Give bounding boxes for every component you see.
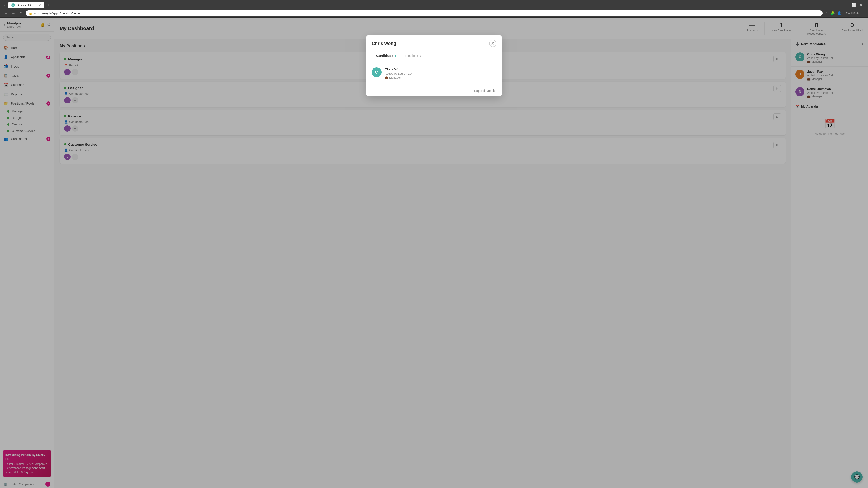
modal-candidate-name: Chris Wong [385, 67, 413, 71]
back-button[interactable]: ← [3, 10, 8, 16]
tab-favicon: B [11, 3, 15, 7]
briefcase-icon-modal: 💼 [385, 76, 388, 79]
modal-tab-positions[interactable]: Positions 0 [401, 51, 426, 61]
expand-results-link[interactable]: Expand Results [474, 89, 496, 93]
tab-close-button[interactable]: ✕ [38, 3, 41, 7]
modal-candidate-added: Added by Lauren Dell [385, 72, 413, 75]
forward-button[interactable]: → [11, 10, 16, 16]
modal-candidate-role: 💼 Manager [385, 76, 413, 79]
browser-toolbar: ← → ↻ 🔒 app.breezy.hr/app/c/moodjoy/home… [0, 8, 868, 18]
maximize-button[interactable]: ⬜ [850, 2, 857, 8]
modal-candidate-avatar: C [372, 67, 381, 77]
modal-tabs: Candidates 1 Positions 0 [366, 51, 502, 61]
modal-candidate-info: Chris Wong Added by Lauren Dell 💼 Manage… [385, 67, 413, 79]
extensions-icon[interactable]: 🧩 [830, 11, 835, 15]
minimize-button[interactable]: — [843, 2, 849, 8]
candidates-tab-label: Candidates [376, 54, 393, 58]
bookmark-icon[interactable]: ☆ [825, 11, 828, 15]
modal-body: C Chris Wong Added by Lauren Dell 💼 Mana… [366, 61, 502, 85]
lock-icon: 🔒 [29, 11, 32, 15]
profile-icon[interactable]: 👤 [837, 11, 842, 15]
tab-bar: › B Breezy HR ✕ + — ⬜ ✕ [0, 0, 868, 8]
candidates-tab-count: 1 [395, 54, 396, 58]
menu-icon[interactable]: ⋮ [861, 11, 865, 15]
positions-tab-label: Positions [405, 54, 418, 58]
modal-tab-candidates[interactable]: Candidates 1 [372, 51, 401, 61]
modal-overlay[interactable]: Chris wong ✕ Candidates 1 Positions 0 C … [0, 17, 868, 488]
modal-header: Chris wong ✕ [366, 35, 502, 51]
incognito-label: Incognito (2) [844, 11, 859, 15]
window-controls: — ⬜ ✕ [843, 2, 866, 8]
tab-group-arrow[interactable]: › [2, 2, 7, 8]
modal-title: Chris wong [372, 41, 396, 46]
tab-label: Breezy HR [17, 3, 31, 7]
positions-tab-count: 0 [420, 54, 421, 58]
active-tab[interactable]: B Breezy HR ✕ [8, 2, 44, 8]
close-window-button[interactable]: ✕ [859, 2, 864, 8]
refresh-button[interactable]: ↻ [19, 10, 23, 16]
address-bar[interactable]: 🔒 app.breezy.hr/app/c/moodjoy/home [26, 10, 823, 16]
search-modal: Chris wong ✕ Candidates 1 Positions 0 C … [366, 35, 502, 96]
url-text: app.breezy.hr/app/c/moodjoy/home [34, 11, 80, 15]
new-tab-button[interactable]: + [46, 2, 52, 8]
modal-footer: Expand Results [366, 85, 502, 96]
browser-chrome: › B Breezy HR ✕ + — ⬜ ✕ ← → ↻ 🔒 app.bree… [0, 0, 868, 18]
toolbar-right: ☆ 🧩 👤 Incognito (2) ⋮ [825, 11, 865, 15]
modal-close-button[interactable]: ✕ [489, 40, 496, 47]
modal-candidate-item[interactable]: C Chris Wong Added by Lauren Dell 💼 Mana… [372, 65, 496, 82]
